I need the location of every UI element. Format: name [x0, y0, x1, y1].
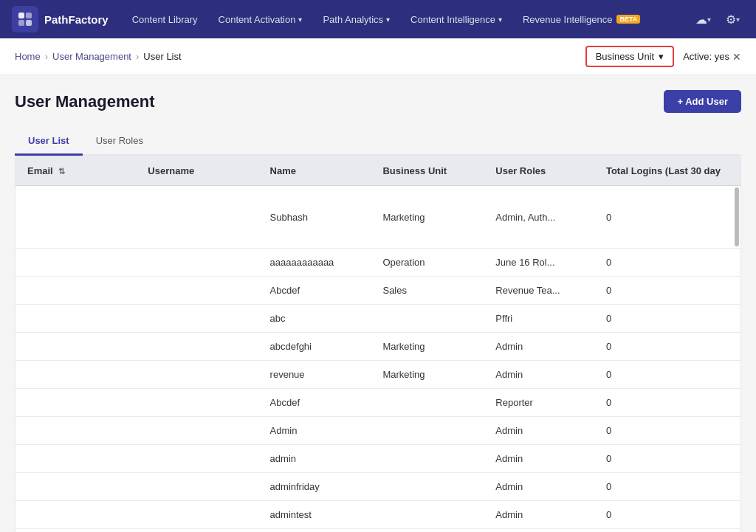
- table-row[interactable]: Abcdef Sales Revenue Tea... 0: [16, 277, 740, 305]
- breadcrumb-user-management[interactable]: User Management: [52, 51, 131, 62]
- svg-rect-3: [26, 20, 32, 26]
- table-row[interactable]: sg_admin Sg Admin 0: [16, 529, 740, 533]
- table-row[interactable]: aaaaaaaaaaaa Operation June 16 Rol... 0: [16, 249, 740, 277]
- page-title: User Management: [15, 92, 155, 111]
- cell-total-logins: 0: [594, 305, 732, 333]
- cloud-icon: ☁: [695, 13, 707, 27]
- nav-right-actions: ☁ ▾ ⚙ ▾: [691, 7, 744, 31]
- breadcrumb-right: Business Unit ▾ Active: yes ✕: [585, 46, 741, 67]
- cell-total-logins: 0: [594, 389, 732, 417]
- cell-total-logins: 0: [594, 277, 732, 305]
- table-row[interactable]: admintest Admin 0: [16, 501, 740, 529]
- cell-email: [16, 186, 136, 249]
- breadcrumb: Home › User Management › User List: [15, 51, 182, 62]
- table-row[interactable]: adminfriday Admin 0: [16, 473, 740, 501]
- table-row[interactable]: Abcdef Reporter 0: [16, 389, 740, 417]
- user-table: Email ⇅ Username Name Business Unit User…: [16, 156, 740, 532]
- col-header-user-roles: User Roles: [484, 156, 594, 186]
- cell-user-roles: Admin: [484, 333, 594, 361]
- breadcrumb-home[interactable]: Home: [15, 51, 41, 62]
- cell-name: sg_admin: [258, 529, 371, 533]
- brand-logo: [12, 6, 38, 32]
- chevron-down-icon: ▾: [498, 15, 502, 24]
- svg-rect-0: [18, 13, 24, 18]
- cell-email: [16, 277, 136, 305]
- nav-content-activation[interactable]: Content Activation ▾: [210, 10, 312, 30]
- cell-username: [136, 445, 258, 473]
- cell-user-roles: Admin: [484, 473, 594, 501]
- gear-icon: ⚙: [726, 13, 736, 27]
- cell-total-logins: 0: [594, 361, 732, 389]
- cell-name: abc: [258, 305, 371, 333]
- cell-email: [16, 445, 136, 473]
- cell-business-unit: [371, 445, 484, 473]
- close-icon[interactable]: ✕: [732, 51, 741, 63]
- chevron-down-icon: ▾: [298, 15, 302, 24]
- cell-username: [136, 473, 258, 501]
- chevron-down-icon: ▾: [386, 15, 390, 24]
- table-header-row: Email ⇅ Username Name Business Unit User…: [16, 156, 740, 186]
- cell-name: abcdefghi: [258, 333, 371, 361]
- cell-username: [136, 186, 258, 249]
- cell-name: admin: [258, 445, 371, 473]
- cell-user-roles: Admin: [484, 417, 594, 445]
- cell-business-unit: [371, 417, 484, 445]
- table-row[interactable]: abc Pffri 0: [16, 305, 740, 333]
- cell-username: [136, 389, 258, 417]
- sort-icon: ⇅: [58, 167, 65, 176]
- user-table-container: Email ⇅ Username Name Business Unit User…: [15, 156, 741, 532]
- cell-business-unit: Marketing: [371, 186, 484, 249]
- cell-email: [16, 417, 136, 445]
- cell-business-unit: Operation: [371, 249, 484, 277]
- cloud-icon-button[interactable]: ☁ ▾: [691, 7, 715, 31]
- col-header-name: Name: [258, 156, 371, 186]
- cell-business-unit: Sales: [371, 277, 484, 305]
- col-header-email[interactable]: Email ⇅: [16, 156, 136, 186]
- cell-user-roles: Admin: [484, 501, 594, 529]
- table-row[interactable]: Subhash Marketing Admin, Auth... 0: [16, 186, 740, 249]
- navbar: PathFactory Content Library Content Acti…: [0, 0, 756, 38]
- active-filter: Active: yes ✕: [683, 51, 741, 63]
- col-header-total-logins: Total Logins (Last 30 day: [594, 156, 732, 186]
- chevron-down-icon: ▾: [659, 51, 664, 62]
- cell-name: adminfriday: [258, 473, 371, 501]
- nav-path-analytics[interactable]: Path Analytics ▾: [314, 10, 399, 30]
- tab-user-list[interactable]: User List: [15, 128, 83, 156]
- nav-revenue-intelligence[interactable]: Revenue Intelligence BETA: [514, 10, 649, 30]
- page-header: User Management + Add User: [15, 90, 741, 113]
- cell-username: [136, 529, 258, 533]
- breadcrumb-current: User List: [143, 51, 181, 62]
- nav-content-intelligence[interactable]: Content Intelligence ▾: [402, 10, 511, 30]
- cell-username: [136, 333, 258, 361]
- svg-rect-1: [26, 13, 32, 18]
- cell-user-roles: Revenue Tea...: [484, 277, 594, 305]
- cell-email: [16, 249, 136, 277]
- cell-username: [136, 417, 258, 445]
- cell-email: [16, 305, 136, 333]
- settings-icon-button[interactable]: ⚙ ▾: [721, 7, 744, 31]
- cell-total-logins: 0: [594, 501, 732, 529]
- tab-user-roles[interactable]: User Roles: [83, 128, 157, 156]
- cell-total-logins: 0: [594, 186, 732, 249]
- business-unit-filter[interactable]: Business Unit ▾: [585, 46, 674, 67]
- cell-email: [16, 501, 136, 529]
- table-row[interactable]: revenue Marketing Admin 0: [16, 361, 740, 389]
- cell-user-roles: Reporter: [484, 389, 594, 417]
- cell-username: [136, 305, 258, 333]
- nav-content-library[interactable]: Content Library: [123, 10, 207, 30]
- cell-email: [16, 473, 136, 501]
- col-header-business-unit: Business Unit: [371, 156, 484, 186]
- add-user-button[interactable]: + Add User: [664, 90, 741, 113]
- table-row[interactable]: Admin Admin 0: [16, 417, 740, 445]
- table-row[interactable]: admin Admin 0: [16, 445, 740, 473]
- table-row[interactable]: abcdefghi Marketing Admin 0: [16, 333, 740, 361]
- cell-name: revenue: [258, 361, 371, 389]
- beta-badge: BETA: [616, 15, 640, 24]
- cell-username: [136, 501, 258, 529]
- cell-email: [16, 333, 136, 361]
- cell-name: admintest: [258, 501, 371, 529]
- cell-name: Abcdef: [258, 277, 371, 305]
- cell-name: Subhash: [258, 186, 371, 249]
- cell-business-unit: [371, 529, 484, 533]
- cell-user-roles: June 16 Rol...: [484, 249, 594, 277]
